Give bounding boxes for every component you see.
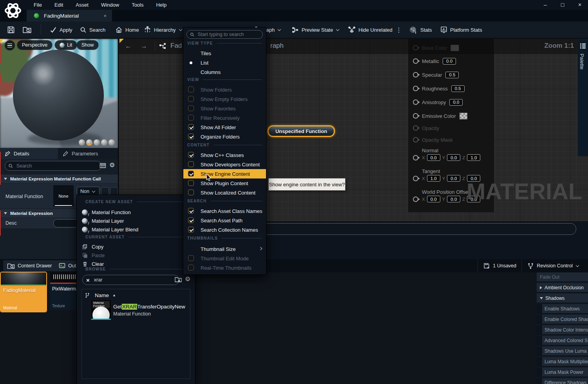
view-options-gear-icon[interactable]: ⚙ [185, 275, 190, 283]
node-input-normal[interactable]: Normal X0.0 Y0.0 Z1.0 [413, 148, 480, 163]
view-menu-item-search-asset-class-names[interactable]: Search Asset Class Names [183, 206, 266, 216]
view-menu-item-show-folders[interactable]: Show Folders [183, 85, 266, 94]
row-ambient-occlusion[interactable]: Ambient Occlusion [537, 283, 588, 293]
menu-window[interactable]: Window [95, 0, 125, 10]
view-menu-item-search-collection-names[interactable]: Search Collection Names [183, 225, 266, 234]
menu-help[interactable]: Help [150, 0, 173, 10]
menu-search-input[interactable] [197, 31, 259, 38]
perspective-button[interactable]: Perspective [17, 40, 52, 50]
node-input-specular[interactable]: Specular 0.5 [413, 70, 459, 79]
material-function-thumbnail[interactable]: None [53, 185, 74, 207]
hierarchy-dropdown[interactable]: Hierarchy [144, 22, 183, 38]
view-menu-item-show-engine-content[interactable]: Show Engine Content [183, 169, 266, 178]
reset-button[interactable] [110, 187, 118, 195]
tab-details[interactable]: Details × [0, 148, 66, 159]
view-menu-item-filter-recursively[interactable]: Filter Recursively [183, 113, 266, 123]
menu-item-material-function[interactable]: Material Function [77, 207, 195, 217]
shape-sphere-button[interactable] [86, 139, 92, 146]
shape-teapot-button[interactable] [109, 139, 115, 146]
view-menu-item-list[interactable]: List [183, 58, 266, 67]
menu-search-box[interactable] [186, 30, 263, 39]
node-input-roughness[interactable]: Roughness 0.5 [413, 84, 465, 93]
view-menu-item-show-developers-content[interactable]: Show Developers Content [183, 160, 266, 169]
menu-item-copy[interactable]: Copy [77, 242, 195, 251]
node-input-metallic[interactable]: Metallic 0.0 [413, 57, 456, 65]
use-selected-button[interactable] [101, 187, 109, 195]
view-menu-item-show-all-folder[interactable]: Show All Folder [183, 123, 266, 132]
menu-item-material-layer-blend[interactable]: Material Layer Blend [77, 225, 195, 234]
revision-control-dropdown[interactable]: Revision Control [521, 259, 585, 272]
unspecified-function-node[interactable]: Unspecified Function [268, 125, 335, 137]
hide-unrelated-button[interactable]: Hide Unrelated [348, 22, 393, 38]
back-icon[interactable]: ← [125, 42, 132, 50]
tab-fadingmaterial[interactable]: FadingMaterial × [27, 10, 112, 22]
content-drawer-button[interactable]: Content Drawer [3, 260, 56, 271]
node-input-opacity[interactable]: Opacity [413, 124, 439, 132]
tab-close-icon[interactable]: × [103, 13, 107, 19]
section-material-function-call[interactable]: Material Expression Material Function Ca… [0, 175, 118, 183]
normal-z-value[interactable]: 1.0 [467, 154, 480, 161]
forward-icon[interactable]: → [141, 42, 147, 50]
view-menu-item-tiles[interactable]: Tiles [183, 49, 266, 58]
platform-stats-button[interactable]: Platform Stats [440, 22, 482, 38]
row-fade-out[interactable]: Fade Out [537, 272, 588, 282]
find-in-graph-input[interactable] [220, 223, 576, 235]
folder-filter-icon[interactable] [175, 276, 182, 283]
window-minimize-button[interactable]: – [539, 0, 551, 10]
view-menu-item-organize-folders[interactable]: Organize Folders [183, 132, 266, 141]
display-filter-icon[interactable] [100, 162, 106, 169]
view-menu-item-show-empty-folders[interactable]: Show Empty Folders [183, 94, 266, 104]
roughness-value[interactable]: 0.5 [451, 85, 465, 92]
anisotropy-value[interactable]: 0.0 [449, 99, 463, 106]
palette-tab[interactable]: Palette [578, 39, 588, 156]
window-maximize-button[interactable]: □ [557, 0, 568, 10]
wpo-x-value[interactable]: 0.0 [427, 196, 440, 202]
node-input-opacity-mask[interactable]: Opacity Mask [413, 135, 453, 144]
clear-search-icon[interactable]: × [86, 277, 90, 283]
row-difference-shadows[interactable]: Difference Shadows [537, 378, 588, 384]
tangent-y-value[interactable]: 0.0 [447, 175, 460, 182]
details-search-input[interactable] [16, 163, 98, 169]
row-shadows[interactable]: Shadows [537, 294, 588, 303]
sort-ascending-icon[interactable]: ▲ [112, 293, 116, 297]
wpo-y-value[interactable]: 0.0 [447, 196, 460, 202]
unsaved-status-button[interactable]: 1 Unsaved [478, 259, 522, 272]
asset-search-box[interactable]: × [82, 275, 179, 285]
name-column-header[interactable]: Name [95, 292, 109, 298]
asset-search-input[interactable] [93, 277, 175, 283]
metallic-value[interactable]: 0.0 [443, 58, 456, 65]
view-menu-item-thumbnail-size[interactable]: Thumbnail Size [183, 244, 266, 254]
lit-mode-button[interactable]: Lit [55, 40, 77, 50]
normal-y-value[interactable]: 0.0 [447, 154, 460, 161]
tangent-x-value[interactable]: 1.0 [427, 175, 440, 182]
menu-tools[interactable]: Tools [125, 0, 150, 10]
search-button[interactable]: Search [80, 22, 105, 38]
preview-state-dropdown[interactable]: Preview State [291, 22, 340, 38]
menu-file[interactable]: File [27, 0, 48, 10]
shape-cube-button[interactable] [101, 139, 107, 146]
normal-x-value[interactable]: 0.0 [427, 154, 440, 161]
row-shadows-use-luma-mask[interactable]: Shadows Use Luma Mas [537, 346, 588, 356]
stats-button[interactable]: i Stats [409, 22, 432, 38]
viewport-options-icon[interactable] [5, 40, 15, 50]
apply-button[interactable]: Apply [49, 22, 72, 38]
row-luma-mask-power[interactable]: Luma Mask Power [537, 368, 588, 377]
browse-to-asset-button[interactable] [23, 22, 31, 38]
details-settings-gear-icon[interactable]: ⚙ [109, 161, 115, 169]
preview-sphere[interactable] [13, 50, 104, 141]
view-menu-item-show-plugin-content[interactable]: Show Plugin Content [183, 178, 266, 188]
row-shadow-color-intensity[interactable]: Shadow Color Intensity [537, 325, 588, 335]
menu-item-material-layer[interactable]: Material Layer [77, 216, 195, 225]
shape-plane-button[interactable] [94, 139, 100, 146]
shape-cylinder-button[interactable] [79, 139, 85, 146]
specular-value[interactable]: 0.5 [445, 72, 459, 78]
show-flags-button[interactable]: Show [77, 40, 98, 50]
window-close-button[interactable]: × [574, 0, 586, 10]
view-menu-item-show-localized-content[interactable]: Show Localized Content [183, 188, 266, 197]
details-search-box[interactable] [5, 161, 102, 171]
view-menu-item-show-favorites[interactable]: Show Favorites [183, 104, 266, 113]
home-button[interactable]: Home [115, 22, 139, 38]
row-enable-shadows[interactable]: Enable Shadows [537, 304, 588, 314]
menu-edit[interactable]: Edit [48, 0, 69, 10]
tab-parameters[interactable]: Parameters [58, 148, 127, 159]
